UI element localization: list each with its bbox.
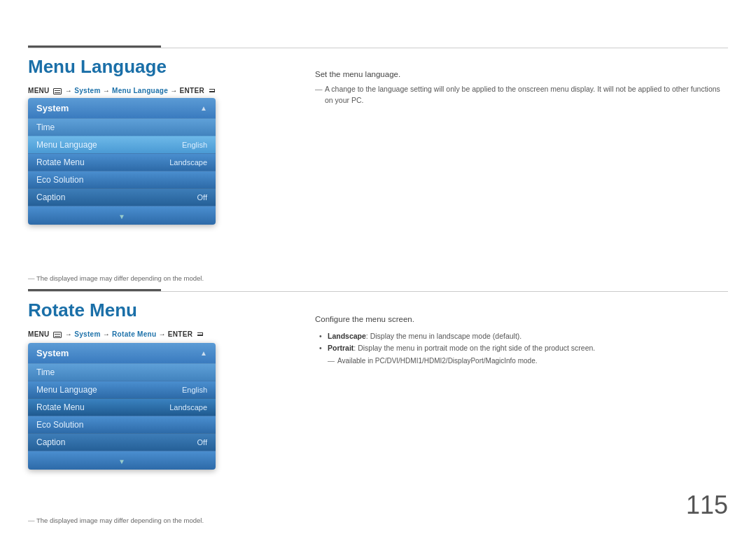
panel1-row-menu-language[interactable]: Menu Language English — [28, 136, 216, 153]
panel2-row-menu-language-label: Menu Language — [36, 385, 97, 395]
panel2-row-caption[interactable]: Caption Off — [28, 433, 216, 451]
panel1-footer: ▼ — [28, 206, 216, 225]
menu-path-2-prefix: MENU — [28, 330, 50, 338]
page-number: 115 — [686, 491, 728, 520]
sub-note-links: PC/DVI/HDMI1/HDMI2/DisplayPort/MagicInfo — [375, 357, 516, 365]
menu-path-2-item: Rotate Menu — [112, 330, 156, 338]
panel1-row-rotate-menu[interactable]: Rotate Menu Landscape — [28, 153, 216, 171]
panel2-row-eco[interactable]: Eco Solution — [28, 416, 216, 433]
panel1-row-menu-language-value: English — [182, 141, 207, 149]
menu-path-1-item: Menu Language — [112, 87, 168, 94]
menu-path-1-system: System — [74, 87, 100, 94]
panel1-header: System ▲ — [28, 98, 216, 118]
panel2-row-caption-value: Off — [197, 438, 207, 447]
panel1-row-caption[interactable]: Caption Off — [28, 188, 216, 206]
section2-title: Rotate Menu — [28, 300, 137, 321]
menu-path-2-system: System — [74, 330, 100, 338]
right-title-2: Configure the menu screen. — [315, 315, 728, 323]
sub-note-end: mode. — [516, 357, 538, 365]
sub-note-2: Available in PC/DVI/HDMI1/HDMI2/DisplayP… — [318, 356, 728, 366]
panel1-row-rotate-menu-label: Rotate Menu — [36, 157, 85, 167]
panel2-footer: ▼ — [28, 451, 216, 470]
mid-line — [28, 291, 728, 292]
top-line — [28, 48, 728, 48]
panel2-row-menu-language[interactable]: Menu Language English — [28, 381, 216, 398]
sub-note-prefix: Available in — [337, 357, 375, 365]
panel1-arrow-down: ▼ — [118, 213, 125, 220]
right-note-1: A change to the language setting will on… — [315, 84, 728, 106]
panel1-row-eco[interactable]: Eco Solution — [28, 171, 216, 188]
panel2-header: System ▲ — [28, 343, 216, 363]
menu-path-2-enter: ENTER — [168, 330, 192, 338]
panel2-arrow-up: ▲ — [200, 349, 207, 357]
panel2-row-rotate-menu[interactable]: Rotate Menu Landscape — [28, 398, 216, 416]
bullet-landscape-rest: : Display the menu in landscape mode (de… — [366, 332, 522, 340]
bullet-portrait-bold: Portrait — [328, 344, 354, 352]
panel1-row-caption-value: Off — [197, 193, 207, 202]
system-panel-2: System ▲ Time Menu Language English Rota… — [28, 343, 216, 470]
bullet-list-2: Landscape: Display the menu in landscape… — [315, 330, 728, 366]
system-panel-1: System ▲ Time Menu Language English Rota… — [28, 98, 216, 225]
panel2-row-time-label: Time — [36, 367, 55, 377]
panel1-row-rotate-menu-value: Landscape — [169, 158, 207, 167]
section1-title: Menu Language — [28, 56, 167, 78]
panel2-row-menu-language-value: English — [182, 386, 207, 394]
bullet-item-portrait: Portrait: Display the menu in portrait m… — [318, 342, 728, 354]
menu-path-1: MENU → System → Menu Language → ENTER — [28, 87, 218, 94]
panel1-row-caption-label: Caption — [36, 192, 65, 202]
menu-path-1-prefix: MENU — [28, 87, 50, 94]
panel1-header-label: System — [36, 103, 69, 113]
right-content-1: Set the menu language. A change to the l… — [315, 70, 728, 106]
bullet-landscape-bold: Landscape — [328, 332, 366, 340]
panel2-row-caption-label: Caption — [36, 437, 65, 447]
menu-path-2: MENU → System → Rotate Menu → ENTER — [28, 330, 206, 338]
panel1-row-time[interactable]: Time — [28, 118, 216, 136]
note-text-2: The displayed image may differ depending… — [28, 517, 204, 524]
menu-icon-1 — [53, 88, 62, 94]
panel1-row-eco-label: Eco Solution — [36, 175, 83, 185]
bullet-item-landscape: Landscape: Display the menu in landscape… — [318, 330, 728, 342]
panel2-row-eco-label: Eco Solution — [36, 420, 83, 430]
enter-icon-2 — [196, 331, 204, 338]
right-title-1: Set the menu language. — [315, 70, 728, 78]
panel1-arrow-up: ▲ — [200, 104, 207, 112]
panel1-row-time-label: Time — [36, 122, 55, 132]
panel2-arrow-down: ▼ — [118, 458, 125, 465]
right-content-2: Configure the menu screen. Landscape: Di… — [315, 315, 728, 366]
note-text-1: The displayed image may differ depending… — [28, 274, 204, 282]
panel2-row-time[interactable]: Time — [28, 363, 216, 381]
panel2-row-rotate-menu-label: Rotate Menu — [36, 402, 85, 412]
enter-icon-1 — [208, 87, 216, 94]
bullet-portrait-rest: : Display the menu in portrait mode on t… — [354, 344, 595, 352]
panel2-header-label: System — [36, 348, 69, 358]
panel2-row-rotate-menu-value: Landscape — [169, 403, 207, 412]
menu-path-1-enter: ENTER — [180, 87, 204, 94]
panel1-row-menu-language-label: Menu Language — [36, 140, 97, 150]
menu-icon-2 — [53, 332, 62, 338]
